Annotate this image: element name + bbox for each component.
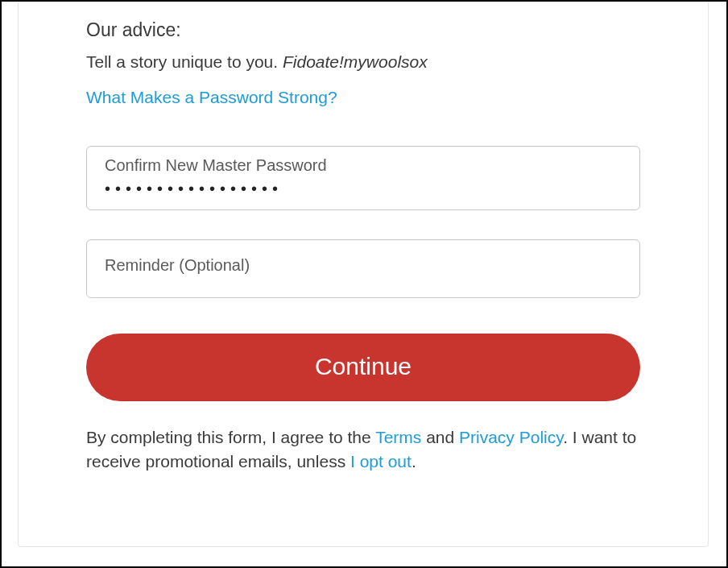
legal-suffix: . <box>412 452 416 471</box>
confirm-password-field[interactable]: Confirm New Master Password ••••••••••••… <box>86 146 640 210</box>
terms-link[interactable]: Terms <box>375 428 421 446</box>
fields-container: Confirm New Master Password ••••••••••••… <box>86 146 640 475</box>
reminder-field[interactable]: Reminder (Optional) <box>86 239 640 298</box>
advice-example: Fidoate!mywoolsox <box>283 52 428 71</box>
privacy-link[interactable]: Privacy Policy <box>459 428 563 446</box>
advice-text: Tell a story unique to you. Fidoate!mywo… <box>86 52 640 72</box>
reminder-label: Reminder (Optional) <box>105 256 622 275</box>
advice-text-prefix: Tell a story unique to you. <box>86 52 283 71</box>
form-panel: Our advice: Tell a story unique to you. … <box>18 2 709 547</box>
legal-prefix: By completing this form, I agree to the <box>86 428 375 446</box>
legal-text: By completing this form, I agree to the … <box>86 425 640 475</box>
password-strength-link[interactable]: What Makes a Password Strong? <box>86 88 337 107</box>
continue-button[interactable]: Continue <box>86 334 640 401</box>
advice-heading: Our advice: <box>86 19 640 41</box>
opt-out-link[interactable]: I opt out <box>350 452 412 471</box>
legal-and: and <box>421 428 459 446</box>
confirm-password-label: Confirm New Master Password <box>105 156 622 175</box>
confirm-password-value: ••••••••••••••••• <box>105 180 622 198</box>
